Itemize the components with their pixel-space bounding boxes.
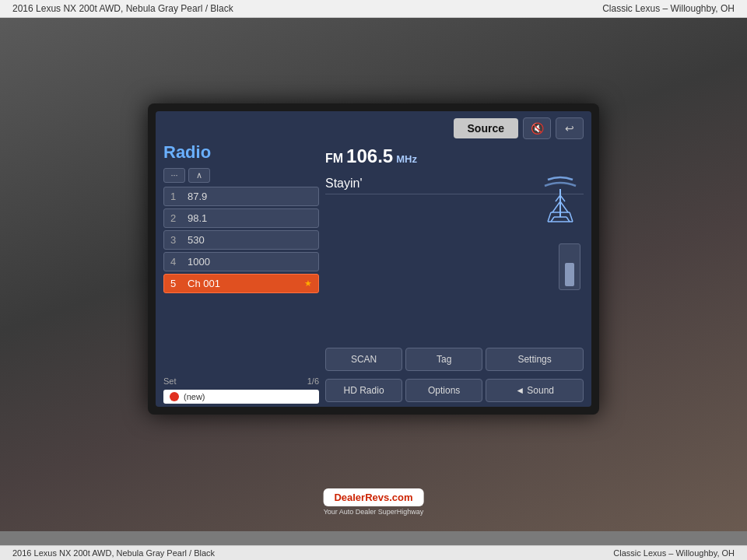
preset-sirius-icon: ★ xyxy=(304,278,312,289)
top-vehicle-info: 2016 Lexus NX 200t AWD, Nebula Gray Pear… xyxy=(12,3,233,14)
mute-icon: 🔇 xyxy=(531,122,544,135)
preset-item-2[interactable]: 2 98.1 xyxy=(163,208,319,228)
bottom-buttons-row1: SCAN Tag Settings xyxy=(325,345,584,373)
bottom-partial-text: (new) xyxy=(184,392,205,401)
bottom-vehicle-info: 2016 Lexus NX 200t AWD, Nebula Gray Pear… xyxy=(12,548,215,558)
bottom-buttons-row2: HD Radio Options ◄ Sound xyxy=(325,376,584,404)
preset-item-1[interactable]: 1 87.9 xyxy=(163,187,319,206)
bottom-partial-row: (new) xyxy=(163,390,319,404)
set-label: Set xyxy=(163,375,177,387)
svg-line-7 xyxy=(548,212,551,222)
settings-button[interactable]: Settings xyxy=(486,348,584,371)
radio-title: Radio xyxy=(163,142,319,166)
preset-num-5: 5 xyxy=(170,278,181,289)
preset-freq-5: Ch 001 xyxy=(188,278,298,289)
mute-button[interactable]: 🔇 xyxy=(523,117,551,139)
preset-item-4[interactable]: 4 1000 xyxy=(163,252,319,271)
scan-button[interactable]: SCAN xyxy=(325,348,402,371)
fm-info: FM 106.5 MHz xyxy=(325,142,584,170)
screen-bezel: Source 🔇 ↩ Radio ··· ∧ xyxy=(148,103,599,415)
watermark-logo: DealerRevs.com xyxy=(324,488,424,506)
car-interior-bg: Source 🔇 ↩ Radio ··· ∧ xyxy=(0,18,747,531)
fm-unit: MHz xyxy=(396,153,417,165)
bottom-dealer-info: Classic Lexus – Willoughby, OH xyxy=(613,548,735,558)
volume-fill xyxy=(565,263,574,286)
hd-radio-button[interactable]: HD Radio xyxy=(325,379,402,402)
left-panel: Radio ··· ∧ 1 87.9 2 98. xyxy=(163,142,319,404)
preset-freq-4: 1000 xyxy=(188,256,312,268)
bottom-dot-icon xyxy=(170,392,179,401)
watermark: DealerRevs.com Your Auto Dealer SuperHig… xyxy=(324,488,424,516)
top-info-bar: 2016 Lexus NX 200t AWD, Nebula Gray Pear… xyxy=(0,0,747,18)
preset-freq-1: 87.9 xyxy=(188,191,312,202)
svg-line-3 xyxy=(552,201,560,212)
svg-line-10 xyxy=(566,217,570,222)
preset-item-3[interactable]: 3 530 xyxy=(163,230,319,250)
preset-list: 1 87.9 2 98.1 3 530 4 10 xyxy=(163,187,319,371)
up-button[interactable]: ∧ xyxy=(188,168,210,183)
sound-button[interactable]: ◄ Sound xyxy=(486,379,584,402)
dots-button[interactable]: ··· xyxy=(163,168,185,183)
infotainment-screen: Source 🔇 ↩ Radio ··· ∧ xyxy=(156,111,591,407)
volume-slider[interactable] xyxy=(559,243,580,290)
volume-slider-area[interactable] xyxy=(559,243,580,290)
preset-freq-3: 530 xyxy=(188,234,312,246)
back-icon: ↩ xyxy=(565,122,574,135)
signal-tower-icon xyxy=(540,173,580,223)
bottom-info-bar: 2016 Lexus NX 200t AWD, Nebula Gray Pear… xyxy=(0,545,747,560)
svg-line-8 xyxy=(570,212,573,222)
watermark-sub: Your Auto Dealer SuperHighway xyxy=(324,508,424,516)
preset-num-2: 2 xyxy=(170,212,181,224)
preset-num-4: 4 xyxy=(170,256,181,268)
svg-line-9 xyxy=(551,217,554,222)
fm-freq-value: 106.5 xyxy=(346,145,393,167)
preset-freq-2: 98.1 xyxy=(188,212,312,224)
preset-num-1: 1 xyxy=(170,191,181,202)
source-button[interactable]: Source xyxy=(454,118,518,138)
signal-tower-area xyxy=(540,173,580,226)
right-panel: FM 106.5 MHz Stayin' xyxy=(325,142,584,404)
top-dealer-info: Classic Lexus – Willoughby, OH xyxy=(602,3,735,14)
fm-frequency-display: FM 106.5 MHz xyxy=(325,145,584,167)
tag-button[interactable]: Tag xyxy=(405,348,482,371)
screen-main-content: Radio ··· ∧ 1 87.9 2 98. xyxy=(156,142,591,407)
fm-label: FM xyxy=(325,152,343,166)
options-button[interactable]: Options xyxy=(405,379,482,402)
screen-top-controls: Source 🔇 ↩ xyxy=(156,111,591,142)
back-button[interactable]: ↩ xyxy=(556,117,584,139)
svg-line-4 xyxy=(560,201,568,212)
preset-num-3: 3 xyxy=(170,234,181,246)
preset-item-5[interactable]: 5 Ch 001 ★ xyxy=(163,274,319,293)
page-label: 1/6 xyxy=(307,375,319,387)
preset-controls: ··· ∧ xyxy=(163,168,319,183)
